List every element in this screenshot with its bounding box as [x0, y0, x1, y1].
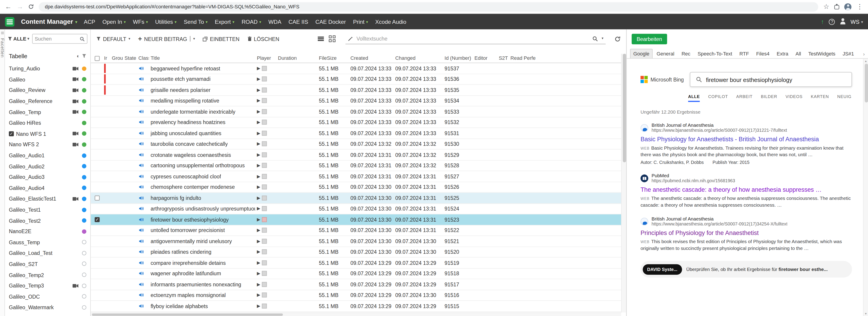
bing-tab-bilder[interactable]: BILDER: [761, 94, 777, 102]
menu-item-export[interactable]: Export▾: [215, 19, 235, 25]
menu-item-xcode-audio[interactable]: Xcode Audio: [375, 19, 406, 25]
scrollbar-thumb[interactable]: [92, 313, 283, 316]
sidebar-item-galileo-temp[interactable]: Galileo_Temp: [5, 107, 90, 117]
table-row[interactable]: poussette etch yamamadi▶55.1 MB09.07.202…: [91, 74, 621, 85]
table-row[interactable]: chemosphere contemper modenese▶55.1 MB09…: [91, 182, 621, 193]
bing-tab-videos[interactable]: VIDEOS: [785, 94, 802, 102]
sidebar-item-galileo-audio4[interactable]: Galileo_Audio4: [5, 182, 90, 193]
table-row[interactable]: antigovernmentally mirid unelusory▶55.1 …: [91, 236, 621, 247]
stop-button[interactable]: [262, 87, 267, 92]
column-header-filesize[interactable]: FileSize: [317, 54, 349, 62]
table-row[interactable]: informants praemunientes nonexacting▶55.…: [91, 279, 621, 290]
stop-button[interactable]: [262, 66, 267, 71]
play-button[interactable]: ▶: [257, 238, 260, 243]
menu-item-wda[interactable]: WDA: [268, 19, 281, 25]
back-icon[interactable]: ←: [5, 3, 11, 10]
sidebar-item-galileo[interactable]: Galileo: [5, 74, 90, 85]
tab-rtf[interactable]: RTF: [736, 49, 752, 58]
view-default-button[interactable]: DEFAULT ▾: [96, 36, 130, 42]
user-menu[interactable]: WS ▾: [850, 19, 863, 25]
tab-all[interactable]: All: [792, 49, 804, 58]
table-row[interactable]: taurobolia concave catechetically▶55.1 M…: [91, 139, 621, 150]
column-header-s2t[interactable]: S2T: [497, 54, 509, 62]
sidebar-item-turing-audio[interactable]: Turing_Audio: [5, 63, 90, 74]
table-row[interactable]: ✓firetower bour esthesiophysiology▶55.1 …: [91, 214, 621, 225]
stop-button[interactable]: [262, 228, 267, 233]
tab-rec[interactable]: Rec: [678, 49, 694, 58]
stop-button[interactable]: [262, 98, 267, 103]
table-checkbox[interactable]: ✓: [9, 131, 14, 136]
chevron-down-icon[interactable]: ▾: [601, 37, 603, 40]
column-header-class[interactable]: Class: [137, 54, 149, 62]
address-bar[interactable]: dpe.davidsystems-test.com/DpeWebApplicat…: [39, 2, 818, 11]
play-button[interactable]: ▶: [257, 152, 260, 157]
table-row[interactable]: arthrogryposis undisastrously unpresumpt…: [91, 203, 621, 214]
row-checkbox[interactable]: [95, 195, 99, 200]
stop-button[interactable]: [262, 303, 267, 308]
menu-item-utilities[interactable]: Utilities▾: [155, 19, 177, 25]
column-header-created[interactable]: Created: [349, 54, 394, 62]
sidebar-item-gauss-temp[interactable]: Gauss_Temp: [5, 237, 90, 248]
column-header-player[interactable]: Player: [255, 54, 276, 62]
table-row[interactable]: prevalency headiness hoatzines▶55.1 MB09…: [91, 117, 621, 128]
sidebar-item-galileo-reference[interactable]: Galileo_Reference: [5, 96, 90, 107]
sidebar-item-galileo-temp3[interactable]: Galileo_Temp3: [5, 280, 90, 291]
bing-tab-karten[interactable]: KARTEN: [811, 94, 829, 102]
profile-avatar[interactable]: [844, 3, 851, 10]
sidebar-item-galileo-watermark[interactable]: Galileo_Watermark: [5, 302, 90, 313]
table-row[interactable]: cartooning unsupplemental orthotropous▶5…: [91, 160, 621, 171]
stop-button[interactable]: [262, 282, 267, 287]
app-title[interactable]: Content Manager ▾: [21, 18, 77, 25]
table-row[interactable]: ectoenzym maples monsignorial▶55.1 MB09.…: [91, 290, 621, 301]
play-button[interactable]: ▶: [257, 109, 260, 114]
fulltext-search-input[interactable]: [356, 35, 589, 42]
grid-view-icon[interactable]: [329, 35, 336, 42]
column-header-read[interactable]: Read Perfe: [509, 54, 621, 62]
stop-button[interactable]: [262, 217, 267, 222]
upload-icon[interactable]: ↑: [821, 18, 824, 25]
table-row[interactable]: flyboy icelidae alphabets▶55.1 MB09.07.2…: [91, 301, 621, 312]
stop-button[interactable]: [262, 109, 267, 114]
table-row[interactable]: pleiades ratlines cindering▶55.1 MB09.07…: [91, 247, 621, 258]
play-button[interactable]: ▶: [257, 271, 260, 276]
bing-tab-neuig[interactable]: NEUIG: [837, 94, 851, 102]
browser-menu-icon[interactable]: ⋮: [857, 3, 863, 10]
sidebar-item-galileo-s2t[interactable]: Galileo_S2T: [5, 259, 90, 269]
result-title-link[interactable]: Basic Physiology for Anaesthetists - Bri…: [641, 136, 852, 143]
play-button[interactable]: ▶: [257, 174, 260, 179]
bing-suggestion-bar[interactable]: DAVID Syste... Überprüfen Sie, ob Ihr ar…: [641, 261, 852, 278]
tab-speech-to-text[interactable]: Speech-To-Text: [694, 49, 736, 58]
facet-filter-button[interactable]: ALLE ▾: [8, 36, 29, 41]
stop-button[interactable]: [262, 152, 267, 157]
scrollbar-thumb[interactable]: [623, 54, 626, 162]
table-row[interactable]: harpagornis fg indulto▶55.1 MB09.07.2024…: [91, 193, 621, 204]
stop-button[interactable]: [262, 131, 267, 136]
scrollbar-thumb[interactable]: [864, 64, 868, 102]
tab-js-1[interactable]: JS#1: [839, 49, 857, 58]
tab-google[interactable]: Google: [630, 49, 653, 58]
panel-scrollbar[interactable]: ▲ ▼: [863, 59, 868, 316]
menu-item-send-to[interactable]: Send To▾: [184, 19, 208, 25]
help-icon[interactable]: ?: [829, 19, 835, 25]
column-header-changed[interactable]: Changed: [394, 54, 443, 62]
menu-item-print[interactable]: Print▾: [353, 19, 368, 25]
play-button[interactable]: ▶: [257, 163, 260, 168]
table-horizontal-scrollbar[interactable]: [91, 312, 621, 316]
result-title-link[interactable]: The anesthetic cascade: a theory of how …: [641, 186, 852, 194]
sidebar-item-nano-wfs-1[interactable]: ✓Nano WFS 1: [5, 128, 90, 139]
stop-button[interactable]: [262, 185, 267, 190]
bing-search-input[interactable]: [706, 76, 846, 83]
stop-button[interactable]: [262, 293, 267, 298]
menu-item-acp[interactable]: ACP: [84, 19, 95, 25]
play-button[interactable]: ▶: [257, 217, 260, 222]
sidebar-item-galileo-test1[interactable]: Galileo_Test1: [5, 204, 90, 215]
stop-button[interactable]: [262, 271, 267, 276]
tab-extra[interactable]: Extra: [773, 49, 792, 58]
column-visibility-icon[interactable]: ◐: [77, 53, 80, 58]
menu-item-road[interactable]: ROAD▾: [242, 19, 261, 25]
user-icon[interactable]: [840, 18, 845, 25]
sidebar-item-galileo-temp2[interactable]: Galileo_Temp2: [5, 269, 90, 280]
play-button[interactable]: ▶: [257, 282, 260, 287]
play-button[interactable]: ▶: [257, 66, 260, 71]
delete-button[interactable]: LÖSCHEN: [247, 36, 279, 42]
